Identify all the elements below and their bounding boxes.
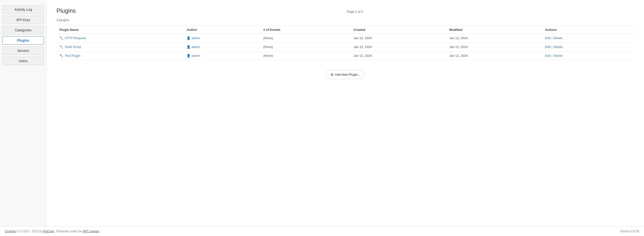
table-header: # of Events [260, 26, 350, 34]
footer-license-link[interactable]: MIT License [83, 230, 99, 233]
plugin-author-link[interactable]: admin [192, 54, 200, 58]
table-row: 🔧Test Plugin👤admin(None)Jan 12, 2024Jan … [56, 51, 634, 60]
sidebar-item-activity-log[interactable]: Activity Log [2, 5, 44, 14]
table-header: Plugin Name [56, 26, 184, 34]
sidebar-item-plugins[interactable]: Plugins [2, 36, 44, 45]
table-header: Modified [446, 26, 542, 34]
plugin-delete-link[interactable]: Delete [553, 54, 562, 58]
plugin-edit-link[interactable]: Edit [545, 36, 550, 40]
plugin-events-cell: (None) [260, 43, 350, 51]
sidebar: Activity LogAPI KeysCategoriesPluginsSer… [0, 0, 47, 227]
plugin-actions-cell: Edit|Delete [542, 43, 634, 51]
plugin-author-cell: 👤admin [184, 34, 260, 43]
action-separator: | [552, 45, 552, 49]
plugin-name-link[interactable]: Test Plugin [65, 54, 80, 58]
plugin-name-link[interactable]: Shell Script [65, 45, 81, 49]
plugin-delete-link[interactable]: Delete [553, 45, 562, 49]
user-icon: 👤 [186, 54, 190, 58]
plugin-author-link[interactable]: admin [192, 45, 200, 49]
plugin-name-cell: 🔧Shell Script [56, 43, 184, 51]
table-header: Actions [542, 26, 634, 34]
plugin-author-cell: 👤admin [184, 43, 260, 51]
footer-period: . [100, 230, 100, 233]
page-title: Plugins [56, 7, 76, 14]
main-content: Plugins Page 1 of 1 3 plugins Plugin Nam… [47, 0, 644, 227]
table-row: 🔧HTTP Request👤admin(None)Jan 12, 2024Jan… [56, 34, 634, 43]
sidebar-item-categories[interactable]: Categories [2, 26, 44, 34]
plugin-modified-cell: Jan 12, 2024 [446, 34, 542, 43]
plugin-icon: 🔧 [60, 54, 63, 58]
plugin-edit-link[interactable]: Edit [545, 45, 550, 49]
plugin-author-cell: 👤admin [184, 51, 260, 60]
user-icon: 👤 [186, 45, 190, 49]
table-header: Created [350, 26, 446, 34]
plugin-name-cell: 🔧HTTP Request [56, 34, 184, 43]
plugin-modified-cell: Jan 12, 2024 [446, 43, 542, 51]
plugin-created-cell: Jan 12, 2024 [350, 51, 446, 60]
plugins-table: Plugin NameAuthor# of EventsCreatedModif… [56, 26, 634, 60]
action-separator: | [552, 36, 552, 40]
plugin-name-link[interactable]: HTTP Request [65, 36, 86, 40]
plugin-delete-link[interactable]: Delete [553, 36, 562, 40]
plugin-modified-cell: Jan 12, 2024 [446, 51, 542, 60]
footer-version: Version 0.9.39 [620, 230, 639, 233]
plugin-icon: 🔧 [60, 45, 63, 49]
footer: Cronicle is © 2015 - 2023 by PixlCore . … [0, 227, 644, 236]
plugin-author-link[interactable]: admin [192, 36, 200, 40]
pagination: Page 1 of 1 [347, 10, 363, 13]
add-plugin-label: Add New Plugin... [335, 73, 360, 76]
table-header: Author [184, 26, 260, 34]
plugin-events-cell: (None) [260, 34, 350, 43]
sidebar-item-api-keys[interactable]: API Keys [2, 16, 44, 24]
plus-circle-icon: ⊕ [330, 72, 334, 77]
action-separator: | [552, 54, 552, 58]
footer-license-text: . Released under the [55, 230, 83, 233]
footer-company-link[interactable]: PixlCore [43, 230, 54, 233]
sidebar-item-users[interactable]: Users [2, 57, 44, 65]
plugin-events-cell: (None) [260, 51, 350, 60]
add-plugin-wrap: ⊕ Add New Plugin... [56, 68, 634, 79]
plugin-created-cell: Jan 12, 2024 [350, 34, 446, 43]
user-icon: 👤 [186, 36, 190, 40]
plugin-edit-link[interactable]: Edit [545, 54, 550, 58]
sidebar-item-servers[interactable]: Servers [2, 46, 44, 55]
footer-brand-link[interactable]: Cronicle [5, 230, 16, 233]
plugin-actions-cell: Edit|Delete [542, 51, 634, 60]
table-row: 🔧Shell Script👤admin(None)Jan 12, 2024Jan… [56, 43, 634, 51]
plugin-actions-cell: Edit|Delete [542, 34, 634, 43]
footer-copy: is © 2015 - 2023 by [16, 230, 43, 233]
add-plugin-button[interactable]: ⊕ Add New Plugin... [326, 70, 365, 79]
plugin-name-cell: 🔧Test Plugin [56, 51, 184, 60]
plugin-icon: 🔧 [60, 36, 63, 40]
plugin-created-cell: Jan 12, 2024 [350, 43, 446, 51]
plugins-count: 3 plugins [56, 18, 634, 22]
footer-text: Cronicle is © 2015 - 2023 by PixlCore . … [5, 230, 100, 233]
